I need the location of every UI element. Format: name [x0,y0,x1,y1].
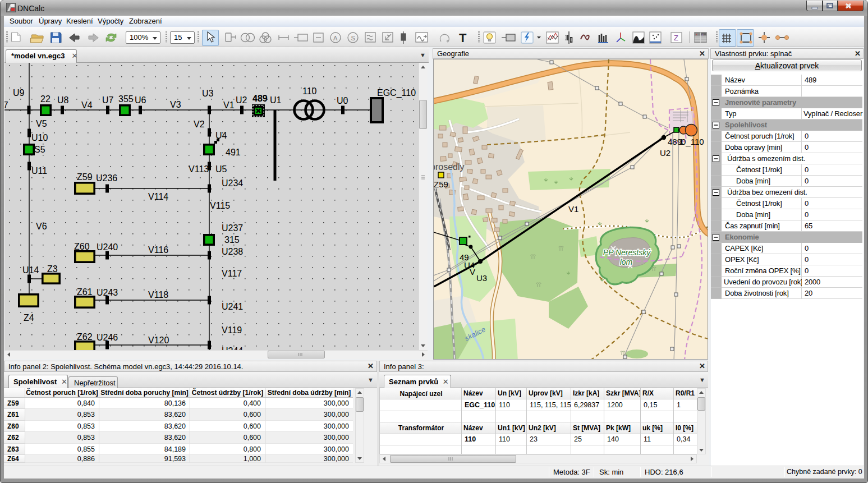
svg-text:U234: U234 [222,178,243,188]
svg-text:V118: V118 [148,290,168,300]
svg-text:U10: U10 [31,133,48,142]
svg-text:U6: U6 [135,95,146,105]
svg-text:U244: U244 [222,346,243,350]
svg-text:PP Nerestský: PP Nerestský [603,248,651,257]
svg-text:U9: U9 [13,88,25,98]
svg-text:V5: V5 [36,119,47,128]
svg-text:V3: V3 [170,100,181,109]
svg-text:U3: U3 [202,89,214,98]
svg-text:355: 355 [118,94,134,104]
svg-text:V116: V116 [148,245,168,255]
svg-text:V4: V4 [81,100,93,110]
svg-text:U237: U237 [222,223,243,233]
svg-text:V1: V1 [568,204,578,214]
svg-text:489: 489 [252,94,268,103]
svg-text:V115: V115 [210,201,230,210]
svg-text:U2: U2 [660,148,670,158]
svg-text:V1: V1 [223,100,235,110]
svg-text:U5: U5 [215,164,227,174]
svg-text:U4: U4 [215,131,227,140]
svg-text:Z3: Z3 [47,264,58,274]
svg-text:U7: U7 [102,95,114,105]
svg-text:0_110: 0_110 [681,137,704,146]
svg-text:491: 491 [226,148,241,157]
svg-text:U1: U1 [270,95,282,105]
svg-text:110: 110 [302,86,317,96]
svg-text:V119: V119 [222,325,242,335]
svg-text:V120: V120 [148,335,169,345]
svg-text:U238: U238 [222,247,243,256]
svg-text:U243: U243 [97,288,118,297]
svg-text:y: y [702,33,704,36]
svg-text:Z61: Z61 [77,287,93,297]
svg-text:U0: U0 [337,96,348,105]
svg-text:U241: U241 [222,302,243,311]
svg-text:Z59: Z59 [434,180,448,189]
svg-text:Z59: Z59 [77,172,93,182]
svg-text:V114: V114 [148,192,168,201]
svg-text:x: x [696,33,697,36]
svg-text:U3: U3 [476,273,487,283]
svg-text:S5: S5 [34,145,45,154]
svg-text:U246: U246 [97,333,118,342]
svg-text:V6: V6 [36,222,47,231]
svg-text:V117: V117 [222,269,242,278]
svg-text:Z60: Z60 [74,242,90,251]
svg-text:22: 22 [40,94,50,104]
svg-text:U14: U14 [22,265,39,275]
svg-text:lom: lom [620,257,633,266]
svg-text:U8: U8 [57,95,69,105]
svg-text:V: V [470,267,475,277]
svg-text:Z: Z [674,34,678,42]
svg-text:U11: U11 [31,166,47,176]
svg-text:A: A [333,35,338,42]
svg-text:S: S [351,35,355,42]
svg-text:prosedly: prosedly [433,162,464,172]
svg-text:V2: V2 [194,119,205,129]
svg-text:U236: U236 [96,173,117,183]
svg-text:U2: U2 [236,95,247,105]
svg-text:Z4: Z4 [24,313,34,323]
svg-text:T: T [459,31,467,45]
svg-text:315: 315 [224,235,240,245]
svg-text:V113: V113 [189,164,209,174]
svg-text:Z62: Z62 [77,332,93,342]
svg-text:U240: U240 [97,242,118,252]
svg-text:V7: V7 [4,100,8,110]
svg-text:EGC_110: EGC_110 [377,88,416,98]
